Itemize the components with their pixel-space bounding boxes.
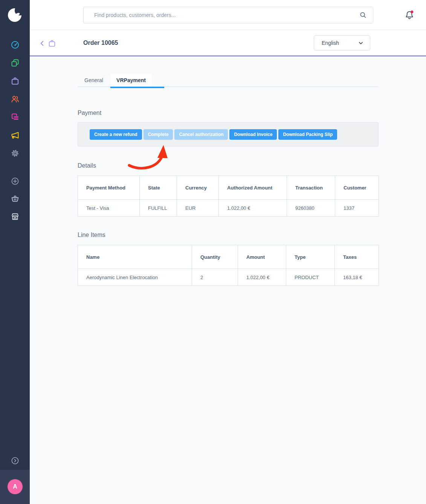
details-row: Test - Visa FULFILL EUR 1.022,00 € 92603… (78, 200, 379, 217)
complete-button[interactable]: Complete (144, 129, 173, 140)
customers-icon (11, 95, 20, 104)
line-items-col-type: Type (286, 245, 335, 269)
my-store-icon (11, 212, 20, 221)
back-chevron-icon (38, 39, 46, 47)
line-item-amount: 1.022,00 € (238, 269, 286, 286)
line-item-taxes: 163,18 € (335, 269, 379, 286)
details-col-customer: Customer (335, 176, 379, 200)
tab-general[interactable]: General (78, 74, 110, 87)
top-search-bar (30, 0, 426, 30)
back-button[interactable] (38, 39, 46, 47)
create-refund-button[interactable]: Create a new refund (90, 129, 142, 140)
sidebar-item-orders[interactable] (0, 76, 30, 86)
line-items-header-row: Name Quantity Amount Type Taxes (78, 245, 379, 269)
user-avatar-initial: A (13, 483, 17, 490)
language-select-value: English (322, 36, 339, 50)
line-item-row: Aerodynamic Linen Electrocation 2 1.022,… (78, 269, 379, 286)
sidebar-item-customers[interactable] (0, 95, 30, 104)
catalogues-icon (11, 58, 20, 67)
line-item-quantity: 2 (192, 269, 238, 286)
settings-icon (11, 149, 20, 158)
details-section-heading: Details (78, 162, 96, 169)
sidebar-item-extensions[interactable] (0, 194, 30, 203)
chevron-down-icon (357, 39, 365, 48)
details-payment-method: Test - Visa (78, 200, 140, 217)
details-table: Payment Method State Currency Authorized… (78, 176, 379, 217)
details-col-authorized-amount: Authorized Amount (219, 176, 287, 200)
sidebar-item-catalogues[interactable] (0, 58, 30, 67)
line-items-col-name: Name (78, 245, 192, 269)
sidebar-item-my-store[interactable] (0, 212, 30, 221)
tab-bar: General VRPayment (78, 74, 379, 87)
chevron-right-circle-icon (11, 456, 20, 465)
payment-actions-panel: Create a new refund Complete Cancel auth… (78, 122, 379, 147)
line-items-col-amount: Amount (238, 245, 286, 269)
marketing-icon (11, 131, 20, 140)
sidebar-expand-button[interactable] (0, 456, 30, 465)
line-item-type: PRODUCT (286, 269, 335, 286)
search-input[interactable] (83, 7, 373, 23)
line-item-name: Aerodynamic Linen Electrocation (78, 269, 192, 286)
orders-icon (11, 76, 20, 86)
search-icon[interactable] (359, 11, 367, 21)
dashboard-icon (11, 40, 20, 49)
details-currency: EUR (177, 200, 219, 217)
download-packing-slip-button[interactable]: Download Packing Slip (278, 129, 337, 140)
details-header-row: Payment Method State Currency Authorized… (78, 176, 379, 200)
content-icon (11, 113, 20, 122)
details-col-currency: Currency (177, 176, 219, 200)
tab-vrpayment[interactable]: VRPayment (110, 74, 152, 87)
details-col-transaction: Transaction (287, 176, 335, 200)
sidebar-item-add[interactable] (0, 177, 30, 186)
download-invoice-button[interactable]: Download Invoice (229, 129, 277, 140)
notification-dot (411, 11, 413, 13)
global-search (83, 7, 373, 23)
order-bag-icon (48, 39, 56, 47)
user-avatar[interactable]: A (8, 479, 23, 494)
details-authorized-amount: 1.022,00 € (219, 200, 287, 217)
payment-section-heading: Payment (78, 110, 101, 116)
page-title: Order 10065 (83, 30, 118, 55)
details-customer: 1337 (335, 200, 379, 217)
smart-bar: Order 10065 English (30, 30, 426, 57)
add-circle-icon (11, 177, 20, 186)
sidebar-item-content[interactable] (0, 113, 30, 122)
line-items-table: Name Quantity Amount Type Taxes Aerodyna… (78, 245, 379, 286)
cancel-authorization-button[interactable]: Cancel authorization (174, 129, 228, 140)
line-items-col-taxes: Taxes (335, 245, 379, 269)
sidebar: A (0, 0, 30, 504)
details-state: FULFILL (140, 200, 177, 217)
main-area: Order 10065 English General VRPayment Pa… (30, 0, 426, 504)
notifications-button[interactable] (404, 10, 415, 20)
sidebar-item-marketing[interactable] (0, 131, 30, 140)
details-col-state: State (140, 176, 177, 200)
line-items-section-heading: Line Items (78, 232, 105, 238)
red-arrow-annotation (124, 143, 171, 171)
sidebar-item-dashboard[interactable] (0, 40, 30, 49)
language-select[interactable]: English (314, 35, 370, 50)
details-col-payment-method: Payment Method (78, 176, 140, 200)
sidebar-user-area: A (0, 470, 30, 504)
module-content: General VRPayment Payment Create a new r… (30, 58, 426, 504)
shopware-logo (0, 6, 30, 23)
details-transaction: 9260380 (287, 200, 335, 217)
line-items-col-quantity: Quantity (192, 245, 238, 269)
extensions-basket-icon (11, 194, 20, 203)
bell-icon (404, 10, 415, 20)
sidebar-item-settings[interactable] (0, 149, 30, 158)
